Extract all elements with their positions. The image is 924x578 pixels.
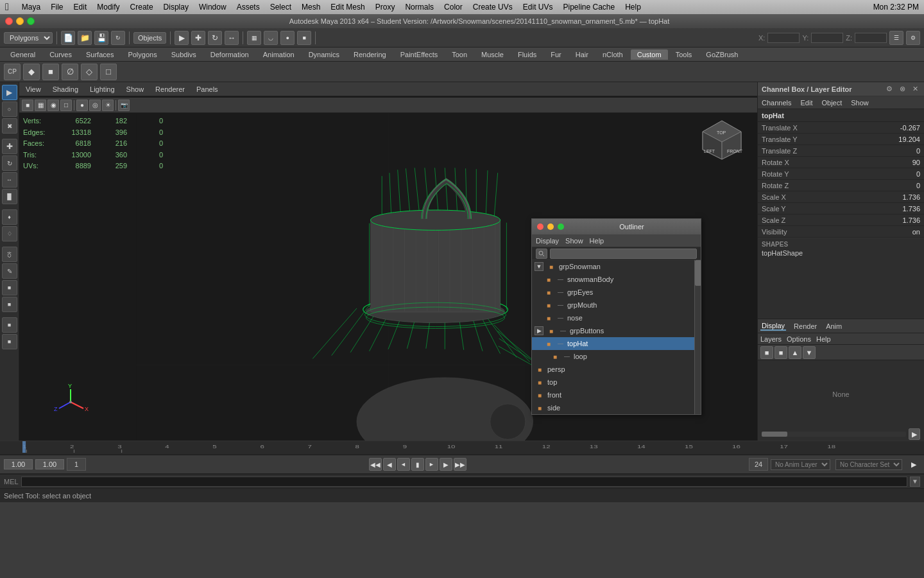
outliner-close[interactable]: [537, 223, 543, 230]
rotate-tool-btn[interactable]: ↻: [208, 31, 222, 45]
attr-scaley[interactable]: Scale Y 1.736: [758, 203, 924, 215]
tab-polygons[interactable]: Polygons: [121, 49, 163, 60]
new-scene-btn[interactable]: 📄: [61, 31, 75, 45]
mesh-menu[interactable]: Mesh: [302, 3, 320, 12]
sculpt-btn[interactable]: ⛣: [2, 247, 17, 262]
layer-tab-anim[interactable]: Anim: [825, 322, 843, 330]
outliner-maximize[interactable]: [558, 223, 564, 230]
vp-texture-btn[interactable]: ◎: [89, 100, 101, 111]
expand-grpsnowman[interactable]: ▼: [535, 262, 543, 271]
mel-history-btn[interactable]: ▼: [910, 477, 920, 487]
anim-layer-select[interactable]: No Anim Layer: [771, 459, 830, 470]
outliner-item-grpmouth[interactable]: ■ — grpMouth: [532, 299, 694, 311]
tab-tools[interactable]: Tools: [669, 49, 699, 60]
step-back-btn[interactable]: ◀: [383, 458, 396, 471]
play-back-btn[interactable]: ◄: [397, 458, 410, 471]
tab-curves[interactable]: Curves: [43, 49, 78, 60]
tab-general[interactable]: General: [4, 49, 42, 60]
color-menu[interactable]: Color: [444, 3, 463, 12]
attr-scalez[interactable]: Scale Z 1.736: [758, 215, 924, 226]
tab-painteffects[interactable]: PaintEffects: [394, 49, 445, 60]
play-fwd-btn[interactable]: ►: [425, 458, 438, 471]
show-manipulator[interactable]: ♦: [2, 209, 17, 225]
tab-gozbrush[interactable]: GoZBrush: [699, 49, 744, 60]
snap-curve-btn[interactable]: ◡: [264, 31, 278, 45]
layer-create-btn[interactable]: ■: [760, 346, 773, 359]
proxy-menu[interactable]: Proxy: [375, 3, 395, 12]
scale-tool-btn[interactable]: ↔: [225, 31, 239, 45]
attr-visibility[interactable]: Visibility on: [758, 226, 924, 238]
select-tool-left[interactable]: ▶: [2, 85, 17, 100]
panels-menu[interactable]: Panels: [194, 85, 221, 93]
shelf-icon-1[interactable]: ◆: [23, 64, 40, 80]
vp-light-btn[interactable]: ☀: [102, 100, 114, 111]
open-btn[interactable]: 📁: [78, 31, 92, 45]
shelf-icon-5[interactable]: □: [100, 64, 117, 80]
outliner-item-persp[interactable]: ■ persp: [532, 363, 694, 376]
shelf-icon-4[interactable]: ◇: [81, 64, 98, 80]
maya-menu[interactable]: Maya: [22, 3, 40, 12]
layer-down-btn[interactable]: ▼: [803, 346, 816, 359]
mel-input[interactable]: [21, 477, 907, 487]
outliner-item-loop[interactable]: ■ — loop: [532, 350, 694, 363]
outliner-help-menu[interactable]: Help: [590, 237, 604, 245]
outliner-show-menu[interactable]: Show: [565, 237, 583, 245]
minimize-button[interactable]: [16, 17, 24, 25]
vp-camera-btn[interactable]: 📷: [118, 100, 130, 111]
outliner-item-grpsnowman[interactable]: ▼ ■ grpSnowman: [532, 260, 694, 273]
z-coord-input[interactable]: [855, 33, 887, 43]
end-frame-display[interactable]: 24: [749, 458, 768, 471]
editmesh-menu[interactable]: Edit Mesh: [330, 3, 364, 12]
outliner-search-input[interactable]: [550, 249, 697, 259]
view-menu[interactable]: View: [23, 85, 44, 93]
snap-surface-btn[interactable]: ■: [297, 31, 311, 45]
save-btn[interactable]: 💾: [94, 31, 108, 45]
x-coord-input[interactable]: [767, 33, 800, 43]
scale-tool-left[interactable]: ↔: [2, 172, 17, 188]
renderer-menu[interactable]: Renderer: [153, 85, 187, 93]
pipelinecache-menu[interactable]: Pipeline Cache: [563, 3, 615, 12]
outliner-minimize[interactable]: [547, 223, 554, 230]
vp-shaded-btn[interactable]: ●: [76, 100, 88, 111]
rotate-tool-left[interactable]: ↻: [2, 155, 17, 171]
soft-modify[interactable]: ♢: [2, 226, 17, 241]
tab-muscle[interactable]: Muscle: [475, 49, 510, 60]
layer-tab-display[interactable]: Display: [760, 322, 786, 331]
tab-rendering[interactable]: Rendering: [347, 49, 393, 60]
paintselect-tool[interactable]: ○: [2, 101, 17, 117]
lasso-tool[interactable]: ✖: [2, 118, 17, 134]
stop-btn[interactable]: ▮: [411, 458, 424, 471]
tab-ncloth[interactable]: nCloth: [596, 49, 629, 60]
layer-up-btn[interactable]: ▲: [789, 346, 801, 359]
outliner-item-side[interactable]: ■ side: [532, 401, 694, 414]
outliner-item-nose[interactable]: ■ — nose: [532, 311, 694, 324]
modify-menu[interactable]: Modify: [97, 3, 119, 12]
tab-dynamics[interactable]: Dynamics: [302, 49, 346, 60]
skip-start-btn[interactable]: ◀◀: [369, 458, 382, 471]
tab-subdivs[interactable]: Subdivs: [165, 49, 203, 60]
cb-tab-show[interactable]: Show: [850, 99, 870, 107]
attr-scalex[interactable]: Scale X 1.736: [758, 191, 924, 203]
y-coord-input[interactable]: [811, 33, 843, 43]
layer-help-menu[interactable]: Help: [816, 335, 831, 343]
skip-end-btn[interactable]: ▶▶: [454, 458, 466, 471]
tab-surfaces[interactable]: Surfaces: [80, 49, 120, 60]
createuvs-menu[interactable]: Create UVs: [473, 3, 513, 12]
attr-rotatez[interactable]: Rotate Z 0: [758, 180, 924, 191]
edituvs-menu[interactable]: Edit UVs: [523, 3, 553, 12]
tab-custom[interactable]: Custom: [631, 49, 668, 60]
help-menu[interactable]: Help: [625, 3, 641, 12]
close-button[interactable]: [5, 17, 13, 25]
window-menu[interactable]: Window: [199, 3, 227, 12]
layer-layers-menu[interactable]: Layers: [760, 335, 782, 343]
paint-tool[interactable]: ✎: [2, 263, 17, 279]
undo-btn[interactable]: ↻: [111, 31, 125, 45]
vp-smooth-btn[interactable]: ◉: [47, 100, 59, 111]
outliner-item-grpeyes[interactable]: ■ — grpEyes: [532, 286, 694, 299]
outliner-item-tophat[interactable]: ■ — topHat: [532, 337, 694, 350]
outliner-item-top[interactable]: ■ top: [532, 376, 694, 389]
mode-dropdown[interactable]: Polygons: [4, 32, 53, 44]
create-menu[interactable]: Create: [130, 3, 153, 12]
snap-point-btn[interactable]: ●: [280, 31, 295, 45]
snap-grid-btn[interactable]: ▦: [247, 31, 261, 45]
